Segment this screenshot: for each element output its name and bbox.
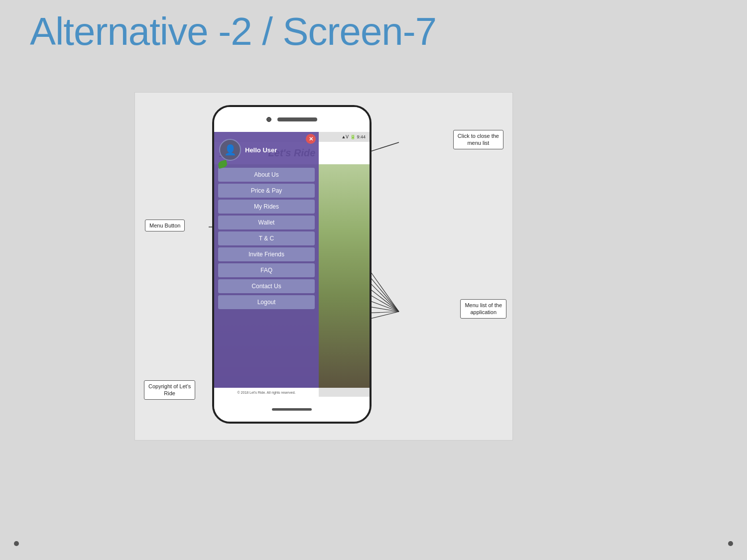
phone-home-indicator [272, 408, 312, 411]
slide-out-menu: ✕ 👤 Hello User About Us Price [214, 132, 319, 397]
menu-item-contact-us[interactable]: Contact Us [218, 279, 315, 293]
phone-top-bar [214, 107, 370, 132]
menu-items-list: About Us Price & Pay My Rides Wallet T &… [214, 166, 319, 388]
user-avatar: 👤 [219, 139, 241, 161]
menu-item-about-us[interactable]: About Us [218, 168, 315, 182]
user-name-label: Hello User [245, 146, 277, 154]
menu-item-wallet[interactable]: Wallet [218, 216, 315, 229]
phone-screen: ▲ᐯ 🔋 9:44 Let's Ride ✕ [214, 132, 370, 397]
menu-list-callout: Menu list of the application [460, 299, 506, 319]
phone-camera [266, 117, 271, 122]
phone-speaker [277, 117, 317, 121]
phone-mockup: ▲ᐯ 🔋 9:44 Let's Ride ✕ [212, 105, 372, 424]
menu-item-my-rides[interactable]: My Rides [218, 200, 315, 214]
menu-item-invite-friends[interactable]: Invite Friends [218, 247, 315, 261]
app-footer: © 2018 Let's Ride. All rights reserved. [214, 388, 319, 397]
menu-button-callout: Menu Button [145, 220, 185, 231]
menu-item-faq[interactable]: FAQ [218, 263, 315, 277]
bullet-right [728, 541, 733, 546]
menu-item-price-pay[interactable]: Price & Pay [218, 184, 315, 198]
copyright-callout: Copyright of Let's Ride [144, 380, 195, 400]
close-menu-callout: Click to close the menu list [453, 130, 503, 149]
page-title: Alternative -2 / Screen-7 [30, 9, 436, 54]
phone-bottom-bar [214, 397, 370, 422]
menu-item-tnc[interactable]: T & C [218, 231, 315, 245]
menu-item-logout[interactable]: Logout [218, 295, 315, 309]
bullet-left [14, 541, 19, 546]
slide-container: ▲ᐯ 🔋 9:44 Let's Ride ✕ [134, 92, 513, 441]
menu-user-section: 👤 Hello User [214, 132, 319, 166]
